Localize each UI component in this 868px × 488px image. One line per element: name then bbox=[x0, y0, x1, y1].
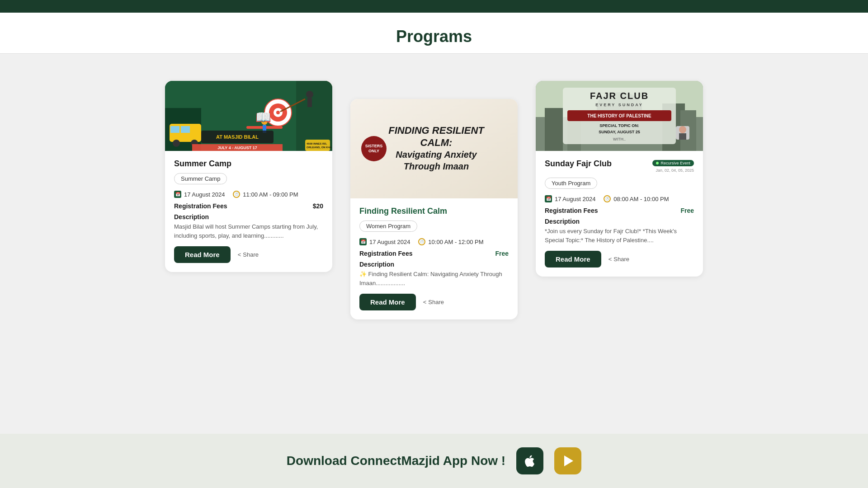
desc-label-fajr: Description bbox=[545, 218, 694, 225]
page-header: Programs bbox=[0, 13, 868, 54]
share-button-summer[interactable]: < Share bbox=[238, 251, 259, 258]
card-image-resilient: SISTERSONLY FINDING RESILIENTCALM:Naviga… bbox=[350, 99, 518, 198]
share-button-resilient[interactable]: < Share bbox=[423, 299, 444, 305]
main-content: 4509 INNES RD, ORLEANS, ON K4A 3J7 AT MA… bbox=[0, 54, 868, 434]
share-button-fajr[interactable]: < Share bbox=[609, 256, 629, 263]
share-icon-fajr: < bbox=[609, 256, 612, 263]
resilient-image-title: FINDING RESILIENTCALM:Navigating Anxiety… bbox=[388, 125, 484, 173]
apple-icon bbox=[523, 454, 537, 468]
clock-icon-resilient: 🕐 bbox=[418, 238, 425, 245]
svg-rect-45 bbox=[679, 133, 686, 140]
page-title: Programs bbox=[0, 27, 868, 46]
date-item-resilient: 📅 17 August 2024 bbox=[359, 238, 410, 245]
card-meta-resilient: 📅 17 August 2024 🕐 10:00 AM - 12:00 PM bbox=[359, 238, 509, 245]
time-item-summer: 🕐 11:00 AM - 09:00 PM bbox=[233, 191, 298, 198]
fees-row-fajr: Registration Fees Free bbox=[545, 207, 694, 214]
read-more-button-summer[interactable]: Read More bbox=[174, 246, 231, 263]
play-icon bbox=[561, 454, 575, 468]
calendar-icon-fajr: 📅 bbox=[545, 195, 552, 202]
svg-text:4509 INNES RD,: 4509 INNES RD, bbox=[307, 142, 327, 145]
desc-text-summer: Masjid Bilal will host Summer Camps star… bbox=[174, 222, 323, 240]
card-summer-camp: 4509 INNES RD, ORLEANS, ON K4A 3J7 AT MA… bbox=[165, 81, 332, 272]
desc-label-summer: Description bbox=[174, 213, 323, 221]
card-body-summer: Summer Camp Summer Camp 📅 17 August 2024… bbox=[165, 151, 332, 272]
top-bar bbox=[0, 0, 868, 13]
svg-text:WITH..: WITH.. bbox=[613, 137, 626, 141]
tag-fajr: Youth Program bbox=[545, 178, 597, 189]
clock-icon-summer: 🕐 bbox=[233, 191, 240, 198]
svg-rect-18 bbox=[305, 140, 330, 151]
svg-rect-4 bbox=[170, 126, 179, 133]
time-item-fajr: 🕐 08:00 AM - 10:00 PM bbox=[604, 195, 669, 202]
date-item-summer: 📅 17 August 2024 bbox=[174, 191, 225, 198]
recursive-badge: Recursive Event bbox=[652, 160, 694, 166]
card-body-resilient: Finding Resilient Calm Women Program 📅 1… bbox=[350, 198, 518, 319]
svg-text:AT MASJID BILAL: AT MASJID BILAL bbox=[216, 134, 259, 140]
svg-marker-46 bbox=[564, 455, 573, 466]
footer-text: Download ConnectMazjid App Now ! bbox=[287, 454, 505, 468]
card-body-fajr: Sunday Fajr Club Recursive Event Jan, 02… bbox=[536, 151, 703, 277]
svg-text:THE HISTORY OF PALESTINE: THE HISTORY OF PALESTINE bbox=[587, 113, 651, 118]
apple-app-button[interactable] bbox=[516, 447, 543, 474]
calendar-icon-summer: 📅 bbox=[174, 191, 181, 198]
card-image-summer: 4509 INNES RD, ORLEANS, ON K4A 3J7 AT MA… bbox=[165, 81, 332, 151]
svg-point-6 bbox=[173, 140, 180, 147]
recursive-dates: Jan, 02, 04, 05, 2025 bbox=[656, 168, 694, 173]
svg-text:JULY 4 - AUGUST 17: JULY 4 - AUGUST 17 bbox=[217, 145, 257, 150]
sisters-badge: SISTERSONLY bbox=[361, 136, 387, 161]
calendar-icon-resilient: 📅 bbox=[359, 238, 367, 245]
desc-label-resilient: Description bbox=[359, 261, 509, 268]
svg-rect-5 bbox=[181, 126, 190, 133]
card-meta-fajr: 📅 17 August 2024 🕐 08:00 AM - 10:00 PM bbox=[545, 195, 694, 202]
card-title-fajr: Sunday Fajr Club bbox=[545, 159, 612, 169]
clock-icon-fajr: 🕐 bbox=[604, 195, 611, 202]
read-more-button-resilient[interactable]: Read More bbox=[359, 294, 416, 310]
svg-text:SPECIAL TOPIC ON:: SPECIAL TOPIC ON: bbox=[599, 123, 639, 128]
svg-rect-14 bbox=[307, 98, 312, 107]
card-fajr: FAJR CLUB EVERY SUNDAY THE HISTORY OF PA… bbox=[536, 81, 703, 277]
actions-resilient: Read More < Share bbox=[359, 294, 509, 310]
svg-point-44 bbox=[679, 126, 686, 133]
desc-text-resilient: ✨ Finding Resilient Calm: Navigating Anx… bbox=[359, 270, 509, 287]
tag-summer: Summer Camp bbox=[174, 173, 227, 184]
date-item-fajr: 📅 17 August 2024 bbox=[545, 195, 595, 202]
card-resilient: SISTERSONLY FINDING RESILIENTCALM:Naviga… bbox=[350, 99, 518, 319]
recursive-dot bbox=[656, 162, 659, 164]
svg-point-13 bbox=[306, 91, 313, 98]
fees-row-summer: Registration Fees $20 bbox=[174, 202, 323, 210]
svg-text:ORLEANS, ON K4A 3J7: ORLEANS, ON K4A 3J7 bbox=[307, 146, 332, 149]
card-title-summer: Summer Camp bbox=[174, 159, 323, 169]
share-icon-summer: < bbox=[238, 251, 241, 258]
svg-point-11 bbox=[276, 111, 280, 114]
card-image-fajr: FAJR CLUB EVERY SUNDAY THE HISTORY OF PA… bbox=[536, 81, 703, 151]
desc-text-fajr: *Join us every Sunday for Fajr Club!* *T… bbox=[545, 227, 694, 244]
card-meta-summer: 📅 17 August 2024 🕐 11:00 AM - 09:00 PM bbox=[174, 191, 323, 198]
actions-summer: Read More < Share bbox=[174, 246, 323, 263]
title-row-fajr: Sunday Fajr Club Recursive Event Jan, 02… bbox=[545, 159, 694, 173]
footer: Download ConnectMazjid App Now ! bbox=[0, 434, 868, 488]
time-item-resilient: 🕐 10:00 AM - 12:00 PM bbox=[418, 238, 483, 245]
actions-fajr: Read More < Share bbox=[545, 251, 694, 267]
tag-resilient: Women Program bbox=[359, 221, 417, 232]
svg-rect-29 bbox=[545, 108, 563, 151]
share-icon-resilient: < bbox=[423, 299, 427, 305]
svg-text:📖: 📖 bbox=[255, 110, 271, 125]
play-store-button[interactable] bbox=[554, 447, 581, 474]
read-more-button-fajr[interactable]: Read More bbox=[545, 251, 601, 267]
fees-row-resilient: Registration Fees Free bbox=[359, 250, 509, 257]
svg-text:EVERY SUNDAY: EVERY SUNDAY bbox=[595, 103, 643, 107]
svg-text:FAJR CLUB: FAJR CLUB bbox=[590, 91, 649, 101]
card-title-resilient: Finding Resilient Calm bbox=[359, 206, 509, 216]
svg-text:SUNDAY, AUGUST 25: SUNDAY, AUGUST 25 bbox=[599, 130, 640, 134]
